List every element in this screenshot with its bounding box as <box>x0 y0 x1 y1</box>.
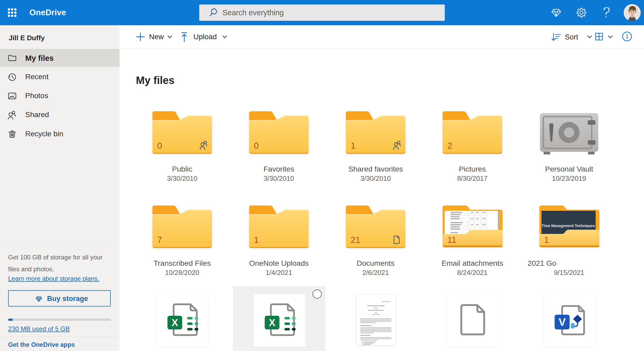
svg-text:V: V <box>559 316 566 328</box>
svg-text:X: X <box>269 317 275 328</box>
svg-text:X: X <box>172 317 178 328</box>
svg-text:Time Management Techniques: Time Management Techniques <box>542 224 595 228</box>
